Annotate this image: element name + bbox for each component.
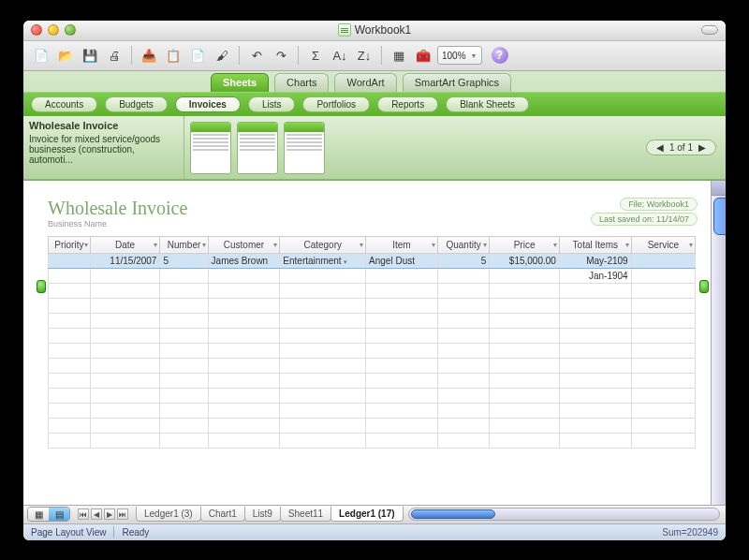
document-area: Wholesale Invoice Business Name File: Wo… bbox=[23, 181, 726, 505]
vertical-scrollbar[interactable] bbox=[711, 181, 726, 505]
help-icon[interactable]: ? bbox=[492, 47, 508, 64]
toolbox-icon[interactable]: 🧰 bbox=[413, 45, 433, 66]
gallery-icon[interactable]: ▦ bbox=[389, 45, 409, 66]
last-sheet-button[interactable]: ⏭ bbox=[117, 508, 128, 520]
table-row[interactable] bbox=[49, 283, 696, 298]
zoom-combo[interactable]: 100%▼ bbox=[437, 46, 482, 65]
chevron-left-icon[interactable]: ◀ bbox=[656, 142, 664, 153]
template-thumb[interactable] bbox=[190, 122, 231, 174]
prev-sheet-button[interactable]: ◀ bbox=[91, 508, 102, 520]
col-customer[interactable]: Customer▾ bbox=[208, 236, 280, 253]
titlebar[interactable]: Workbook1 bbox=[23, 21, 726, 41]
chevron-right-icon[interactable]: ▶ bbox=[698, 142, 706, 153]
cell-date[interactable]: 11/15/2007 bbox=[90, 253, 160, 268]
tab-charts[interactable]: Charts bbox=[274, 73, 329, 92]
invoice-table[interactable]: Priority▾ Date▾ Number▾ Customer▾ Catego… bbox=[48, 236, 696, 449]
table-row[interactable] bbox=[49, 328, 696, 343]
col-quantity[interactable]: Quantity▾ bbox=[437, 236, 489, 253]
col-number[interactable]: Number▾ bbox=[160, 236, 208, 253]
save-icon[interactable]: 💾 bbox=[80, 45, 100, 66]
next-sheet-button[interactable]: ▶ bbox=[104, 508, 115, 520]
subtab-accounts[interactable]: Accounts bbox=[31, 96, 97, 112]
normal-view-button[interactable]: ▦ bbox=[28, 508, 49, 521]
cell-price[interactable]: $15,000.00 bbox=[490, 253, 560, 268]
table-row[interactable] bbox=[49, 388, 696, 403]
cell-number[interactable]: 5 bbox=[160, 253, 208, 268]
cell-service[interactable] bbox=[631, 253, 695, 268]
subtab-invoices[interactable]: Invoices bbox=[175, 96, 241, 112]
subtab-reports[interactable]: Reports bbox=[377, 96, 438, 112]
paste-icon[interactable]: 📄 bbox=[187, 45, 208, 66]
first-sheet-button[interactable]: ⏮ bbox=[78, 508, 89, 520]
template-thumb[interactable] bbox=[237, 122, 278, 174]
subtab-budgets[interactable]: Budgets bbox=[105, 96, 168, 112]
subtab-blanksheets[interactable]: Blank Sheets bbox=[446, 96, 529, 112]
row-handle-left[interactable] bbox=[37, 280, 46, 293]
redo-icon[interactable]: ↷ bbox=[271, 45, 291, 66]
open-icon[interactable]: 📂 bbox=[55, 45, 76, 66]
main-toolbar: 📄 📂 💾 🖨 📥 📋 📄 🖌 ↶ ↷ Σ A↓ Z↓ ▦ 🧰 100%▼ ? bbox=[23, 41, 726, 71]
sort-asc-icon[interactable]: A↓ bbox=[330, 45, 350, 66]
pager-label: 1 of 1 bbox=[669, 142, 693, 153]
cell-category[interactable]: Entertainment▾ bbox=[280, 253, 366, 268]
table-row[interactable] bbox=[49, 298, 696, 313]
chevron-down-icon: ▾ bbox=[360, 241, 363, 249]
col-service[interactable]: Service▾ bbox=[631, 236, 695, 253]
cell-total-items[interactable]: May-2109 bbox=[559, 253, 631, 268]
col-priority[interactable]: Priority▾ bbox=[49, 236, 91, 253]
sheet-tab[interactable]: Sheet11 bbox=[280, 507, 331, 522]
table-row[interactable] bbox=[49, 403, 696, 418]
gallery-pager[interactable]: ◀1 of 1▶ bbox=[646, 140, 716, 155]
sheet-tab[interactable]: Chart1 bbox=[200, 507, 245, 522]
tab-sheets[interactable]: Sheets bbox=[211, 73, 269, 92]
app-window: Workbook1 📄 📂 💾 🖨 📥 📋 📄 🖌 ↶ ↷ Σ A↓ Z↓ ▦ … bbox=[23, 21, 726, 540]
scroll-thumb[interactable] bbox=[411, 509, 495, 519]
table-row[interactable] bbox=[49, 313, 696, 328]
table-row[interactable] bbox=[49, 343, 696, 358]
table-row[interactable]: Jan-1904 bbox=[49, 268, 696, 283]
new-icon[interactable]: 📄 bbox=[31, 45, 51, 66]
cell-priority[interactable] bbox=[49, 253, 91, 268]
col-date[interactable]: Date▾ bbox=[90, 236, 160, 253]
sort-desc-icon[interactable]: Z↓ bbox=[354, 45, 374, 66]
cell-quantity[interactable]: 5 bbox=[437, 253, 489, 268]
worksheet[interactable]: Wholesale Invoice Business Name File: Wo… bbox=[23, 181, 711, 505]
cell-item[interactable]: Angel Dust bbox=[366, 253, 438, 268]
table-row-selected[interactable]: 11/15/2007 5 James Brown Entertainment▾ … bbox=[49, 253, 696, 268]
col-price[interactable]: Price▾ bbox=[490, 236, 560, 253]
sheet-tab-active[interactable]: Ledger1 (17) bbox=[330, 507, 403, 522]
chevron-down-icon: ▾ bbox=[344, 258, 347, 265]
subtab-lists[interactable]: Lists bbox=[248, 96, 296, 112]
subtab-portfolios[interactable]: Portfolios bbox=[302, 96, 370, 112]
table-row[interactable] bbox=[49, 418, 696, 433]
page-layout-view-button[interactable]: ▤ bbox=[49, 508, 69, 521]
tab-wordart[interactable]: WordArt bbox=[334, 73, 396, 92]
template-thumb[interactable] bbox=[284, 122, 325, 174]
col-category[interactable]: Category▾ bbox=[280, 236, 366, 253]
scroll-up-button[interactable] bbox=[712, 181, 726, 196]
document-icon bbox=[338, 23, 351, 37]
copy-icon[interactable]: 📋 bbox=[163, 45, 184, 66]
separator bbox=[298, 46, 299, 65]
undo-icon[interactable]: ↶ bbox=[246, 45, 267, 66]
view-switcher[interactable]: ▦ ▤ bbox=[27, 507, 70, 522]
cell-total-items[interactable]: Jan-1904 bbox=[559, 268, 631, 283]
cell-customer[interactable]: James Brown bbox=[208, 253, 280, 268]
sheet-tab[interactable]: List9 bbox=[244, 507, 281, 522]
sheet-tab[interactable]: Ledger1 (3) bbox=[136, 507, 201, 522]
row-handle-right[interactable] bbox=[699, 280, 709, 293]
toolbar-toggle-button[interactable] bbox=[701, 25, 718, 35]
col-item[interactable]: Item▾ bbox=[366, 236, 438, 253]
horizontal-scrollbar[interactable] bbox=[408, 508, 720, 521]
print-icon[interactable]: 🖨 bbox=[104, 45, 125, 66]
table-row[interactable] bbox=[49, 358, 696, 373]
tab-smartart[interactable]: SmartArt Graphics bbox=[403, 73, 511, 92]
zoom-value: 100% bbox=[442, 51, 466, 61]
table-row[interactable] bbox=[49, 433, 696, 448]
col-total-items[interactable]: Total Items▾ bbox=[559, 236, 631, 253]
scroll-thumb[interactable] bbox=[713, 198, 726, 235]
table-row[interactable] bbox=[49, 373, 696, 388]
import-icon[interactable]: 📥 bbox=[139, 45, 159, 66]
autosum-icon[interactable]: Σ bbox=[305, 45, 326, 66]
format-painter-icon[interactable]: 🖌 bbox=[212, 45, 232, 66]
